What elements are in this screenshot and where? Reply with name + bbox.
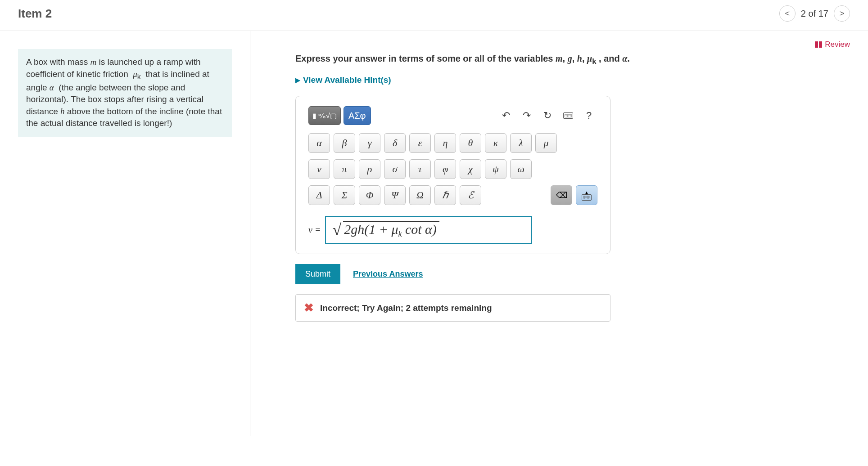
greek-key-Ω[interactable]: Ω (409, 185, 431, 205)
editor-toolbar: ▮ ᵒ⁄ₒ√▢ ΑΣφ ↶ ↷ ↻ ? (308, 106, 597, 125)
help-button[interactable]: ? (580, 108, 597, 123)
show-keyboard-key[interactable]: ▲ (576, 185, 597, 205)
greek-key-Δ[interactable]: Δ (308, 185, 330, 205)
math-templates-tab[interactable]: ▮ ᵒ⁄ₒ√▢ (308, 106, 341, 125)
greek-tab[interactable]: ΑΣφ (344, 106, 371, 125)
reset-button[interactable]: ↻ (539, 108, 556, 123)
feedback-text: Incorrect; Try Again; 2 attempts remaini… (320, 303, 492, 313)
review-link[interactable]: Review (815, 40, 850, 49)
greek-key-χ[interactable]: χ (460, 159, 481, 179)
greek-key-β[interactable]: β (334, 133, 355, 153)
feedback-box: ✖ Incorrect; Try Again; 2 attempts remai… (295, 294, 610, 322)
item-nav: < 2 of 17 > (779, 5, 850, 22)
greek-key-ℰ[interactable]: ℰ (460, 185, 481, 205)
next-item-button[interactable]: > (834, 5, 850, 22)
problem-panel: A box with mass m is launched up a ramp … (0, 31, 250, 436)
previous-answers-link[interactable]: Previous Answers (353, 269, 423, 279)
main-area: A box with mass m is launched up a ramp … (0, 31, 868, 436)
answer-panel: Review Express your answer in terms of s… (250, 31, 868, 436)
greek-row-2: νπρστφχψω (308, 159, 597, 179)
incorrect-icon: ✖ (304, 301, 314, 315)
greek-key-Ψ[interactable]: Ψ (384, 185, 406, 205)
flag-icon (815, 41, 822, 48)
greek-key-λ[interactable]: λ (510, 133, 532, 153)
greek-key-Φ[interactable]: Φ (359, 185, 380, 205)
greek-key-ψ[interactable]: ψ (485, 159, 506, 179)
submit-button[interactable]: Submit (295, 264, 340, 284)
prev-item-button[interactable]: < (779, 5, 796, 22)
greek-key-π[interactable]: π (334, 159, 355, 179)
backspace-key[interactable]: ⌫ (551, 185, 572, 205)
greek-key-δ[interactable]: δ (384, 133, 406, 153)
item-title: Item 2 (18, 7, 52, 21)
problem-statement: A box with mass m is launched up a ramp … (18, 49, 232, 137)
greek-key-σ[interactable]: σ (384, 159, 406, 179)
greek-key-α[interactable]: α (308, 133, 330, 153)
greek-row-3: ΔΣΦΨΩℏℰ ⌫ ▲ (308, 185, 597, 205)
hints-toggle[interactable]: View Available Hint(s) (295, 75, 391, 85)
greek-key-ℏ[interactable]: ℏ (434, 185, 456, 205)
answer-lhs: v = (308, 225, 321, 235)
greek-key-τ[interactable]: τ (409, 159, 431, 179)
answer-row: v = 2gh(1 + μk cot α) (308, 216, 597, 244)
item-progress: 2 of 17 (801, 9, 828, 19)
greek-key-φ[interactable]: φ (434, 159, 456, 179)
greek-key-Σ[interactable]: Σ (334, 185, 355, 205)
item-header: Item 2 < 2 of 17 > (0, 0, 868, 31)
action-row: Submit Previous Answers (295, 264, 850, 284)
keyboard-icon (563, 112, 573, 119)
keyboard-icon (582, 194, 592, 201)
undo-button[interactable]: ↶ (497, 108, 515, 123)
keyboard-button[interactable] (560, 108, 577, 123)
redo-button[interactable]: ↷ (518, 108, 535, 123)
greek-key-μ[interactable]: μ (535, 133, 557, 153)
greek-key-η[interactable]: η (434, 133, 456, 153)
review-label: Review (825, 40, 850, 49)
greek-key-ω[interactable]: ω (510, 159, 532, 179)
greek-key-ρ[interactable]: ρ (359, 159, 380, 179)
equation-editor: ▮ ᵒ⁄ₒ√▢ ΑΣφ ↶ ↷ ↻ ? αβγδεηθκλμ νπρστφχψω… (295, 96, 610, 254)
answer-instruction: Express your answer in terms of some or … (295, 54, 850, 66)
hints-label: View Available Hint(s) (303, 75, 391, 85)
answer-input[interactable]: 2gh(1 + μk cot α) (325, 216, 532, 244)
greek-row-1: αβγδεηθκλμ (308, 133, 597, 153)
greek-key-θ[interactable]: θ (460, 133, 481, 153)
greek-key-ε[interactable]: ε (409, 133, 431, 153)
greek-key-γ[interactable]: γ (359, 133, 380, 153)
greek-row-3-left: ΔΣΦΨΩℏℰ (308, 185, 481, 205)
greek-key-κ[interactable]: κ (485, 133, 506, 153)
greek-key-ν[interactable]: ν (308, 159, 330, 179)
